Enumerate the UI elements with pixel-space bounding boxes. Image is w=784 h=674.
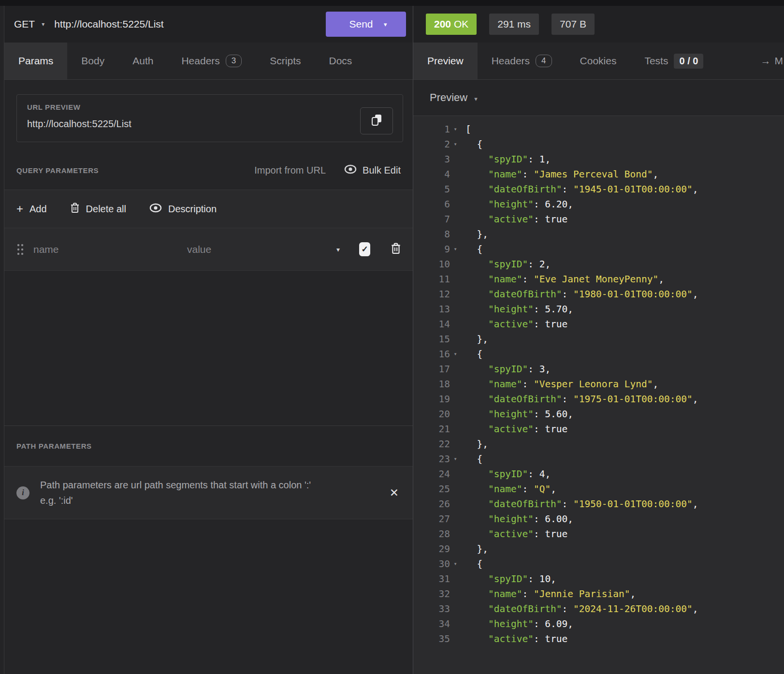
code-text: "height": 5.70, (461, 302, 573, 317)
code-line: 6 "height": 6.20, (413, 197, 784, 212)
response-body-editor[interactable]: 1▾[2▾ {3 "spyID": 1,4 "name": "James Per… (413, 116, 784, 674)
code-text: "active": true (461, 631, 567, 646)
code-line: 14 "active": true (413, 317, 784, 332)
tab-bar-spacer (717, 43, 760, 79)
response-panel: 200 OK 291 ms 707 B Preview Headers 4 Co… (413, 6, 784, 674)
info-icon: i (16, 486, 29, 499)
check-icon: ✓ (361, 244, 368, 254)
trash-icon (70, 203, 80, 216)
line-number: 32 (413, 586, 450, 601)
line-number: 34 (413, 616, 450, 631)
status-badge: 200 OK (426, 14, 477, 35)
tab-params[interactable]: Params (4, 43, 67, 79)
fold-caret-icon[interactable]: ▾ (450, 557, 461, 571)
send-button[interactable]: Send ▾ (326, 12, 406, 37)
code-text: "name": "Eve Janet MoneyPenny", (461, 272, 664, 287)
tab-scripts[interactable]: Scripts (256, 43, 315, 79)
headers-count-badge: 3 (226, 55, 242, 67)
close-icon[interactable]: ✕ (388, 486, 401, 499)
code-text: "spyID": 10, (461, 571, 556, 586)
line-number: 1 (413, 122, 450, 137)
code-line: 4 "name": "James Perceval Bond", (413, 167, 784, 182)
delete-all-button[interactable]: Delete all (70, 203, 126, 216)
query-parameter-row: name value ▾ ✓ (4, 228, 413, 271)
send-options-caret-icon[interactable]: ▾ (384, 21, 406, 28)
url-preview-label: URL PREVIEW (27, 103, 392, 111)
tab-headers[interactable]: Headers 3 (167, 43, 256, 79)
code-line: 31 "spyID": 10, (413, 571, 784, 586)
tab-cookies[interactable]: Cookies (566, 43, 631, 79)
code-line: 23▾ { (413, 452, 784, 467)
path-parameters-header: PATH PARAMETERS (4, 425, 413, 466)
fold-caret-icon[interactable]: ▾ (450, 122, 461, 137)
line-number: 25 (413, 482, 450, 497)
tab-response-headers[interactable]: Headers 4 (478, 43, 566, 79)
toggle-description-button[interactable]: Description (149, 203, 217, 215)
param-options-caret-icon[interactable]: ▾ (336, 246, 340, 253)
code-text: "dateOfBirth": "2024-11-26T00:00:00", (461, 601, 698, 616)
delete-param-button[interactable] (391, 243, 401, 256)
code-text: { (461, 242, 482, 257)
sidebar-edge (0, 6, 4, 674)
method-label: GET (14, 18, 35, 30)
main-layout: GET ▾ http://localhost:5225/List Send ▾ … (0, 6, 784, 674)
response-size-badge: 707 B (552, 14, 595, 35)
line-number: 28 (413, 527, 450, 542)
code-line: 33 "dateOfBirth": "2024-11-26T00:00:00", (413, 601, 784, 616)
line-number: 31 (413, 571, 450, 586)
code-line: 19 "dateOfBirth": "1975-01-01T00:00:00", (413, 392, 784, 407)
code-line: 11 "name": "Eve Janet MoneyPenny", (413, 272, 784, 287)
import-from-url-button[interactable]: Import from URL (254, 165, 326, 176)
fold-caret-icon[interactable]: ▾ (450, 242, 461, 257)
code-line: 17 "spyID": 3, (413, 362, 784, 377)
window-top-strip (0, 0, 784, 6)
code-line: 18 "name": "Vesper Leonora Lynd", (413, 377, 784, 392)
line-number: 30 (413, 557, 450, 571)
code-text: "height": 5.60, (461, 407, 573, 422)
plus-icon: + (16, 203, 23, 215)
line-number: 13 (413, 302, 450, 317)
param-value-input[interactable]: value (187, 244, 328, 255)
code-text: { (461, 137, 482, 152)
line-number: 33 (413, 601, 450, 616)
fold-caret-icon[interactable]: ▾ (450, 137, 461, 152)
code-text: "dateOfBirth": "1950-01-01T00:00:00", (461, 497, 698, 512)
tab-preview[interactable]: Preview (413, 43, 478, 79)
code-text: }, (461, 332, 488, 347)
line-number: 23 (413, 452, 450, 467)
code-text: "name": "Q", (461, 482, 556, 497)
query-parameters-toolbar: + Add Delete all Description (4, 190, 413, 228)
method-selector[interactable]: GET ▾ (14, 18, 44, 30)
drag-handle-icon[interactable] (16, 243, 25, 256)
code-line: 28 "active": true (413, 527, 784, 542)
line-number: 11 (413, 272, 450, 287)
preview-mode-label: Preview (430, 91, 467, 104)
url-input[interactable]: http://localhost:5225/List (54, 18, 326, 30)
line-number: 10 (413, 257, 450, 272)
fold-caret-icon[interactable]: ▾ (450, 347, 461, 362)
bulk-edit-toggle[interactable]: Bulk Edit (344, 164, 401, 176)
line-number: 18 (413, 377, 450, 392)
tab-docs[interactable]: Docs (315, 43, 366, 79)
code-line: 16▾ { (413, 347, 784, 362)
code-text: { (461, 347, 482, 362)
preview-mode-dropdown[interactable]: Preview ▾ (413, 80, 784, 116)
tab-auth[interactable]: Auth (118, 43, 167, 79)
tab-body[interactable]: Body (67, 43, 118, 79)
code-line: 32 "name": "Jennie Parisian", (413, 586, 784, 601)
tab-tests[interactable]: Tests 0 / 0 (630, 43, 717, 79)
param-enabled-checkbox[interactable]: ✓ (359, 242, 370, 256)
add-parameter-button[interactable]: + Add (16, 203, 47, 215)
line-number: 26 (413, 497, 450, 512)
fold-caret-icon[interactable]: ▾ (450, 452, 461, 467)
code-line: 21 "active": true (413, 422, 784, 437)
copy-url-button[interactable] (360, 107, 393, 134)
request-tab-bar: Params Body Auth Headers 3 Scripts Docs (4, 43, 413, 80)
line-number: 14 (413, 317, 450, 332)
code-line: 1▾[ (413, 122, 784, 137)
code-text: { (461, 557, 482, 571)
param-name-input[interactable]: name (33, 244, 178, 255)
tab-mock-partial[interactable]: → M (761, 43, 784, 79)
line-number: 19 (413, 392, 450, 407)
line-number: 27 (413, 512, 450, 527)
